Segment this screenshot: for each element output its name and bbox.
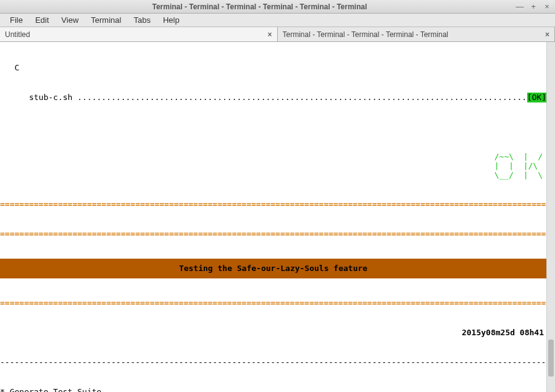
tab-terminal[interactable]: Terminal - Terminal - Terminal - Termina… [278, 27, 556, 41]
tab-label: Untitled [5, 30, 264, 39]
maximize-button[interactable]: + [529, 2, 538, 11]
dots-fill: ........................................… [77, 93, 527, 102]
menu-file[interactable]: File [4, 14, 29, 26]
menu-tabs[interactable]: Tabs [127, 14, 156, 26]
tab-close-icon[interactable]: × [541, 30, 549, 39]
menu-view[interactable]: View [55, 14, 85, 26]
tab-bar: Untitled × Terminal - Terminal - Termina… [0, 27, 555, 42]
divider-dash: ----------------------------------------… [0, 357, 546, 367]
tab-close-icon[interactable]: × [264, 30, 272, 39]
scroll-thumb[interactable] [548, 340, 554, 377]
scrollbar[interactable] [546, 42, 555, 392]
output-line: C [0, 63, 19, 73]
status-ok: [OK] [527, 93, 546, 102]
menubar: File Edit View Terminal Tabs Help [0, 14, 555, 27]
divider-double: ========================================… [0, 298, 546, 308]
terminal-output[interactable]: C stub-c.sh ............................… [0, 42, 546, 392]
output-line: stub-c.sh [0, 93, 77, 102]
window-controls: — + × [515, 2, 551, 11]
menu-edit[interactable]: Edit [29, 14, 55, 26]
titlebar: Terminal - Terminal - Terminal - Termina… [0, 0, 555, 14]
output-line: * Generate Test Suite [0, 387, 101, 392]
menu-help[interactable]: Help [157, 14, 186, 26]
divider-double: ========================================… [0, 199, 546, 209]
ascii-ok: /~~\ | / | | |/\ \__/ | \ [0, 152, 546, 180]
close-button[interactable]: × [543, 2, 551, 11]
banner-text: Testing the Safe-our-Lazy-Souls feature [179, 264, 367, 273]
terminal-area: C stub-c.sh ............................… [0, 42, 555, 392]
divider-double: ========================================… [0, 229, 546, 239]
section-banner: Testing the Safe-our-Lazy-Souls feature [0, 259, 546, 278]
tab-untitled[interactable]: Untitled × [0, 27, 278, 41]
tab-label: Terminal - Terminal - Terminal - Termina… [283, 30, 541, 39]
minimize-button[interactable]: — [515, 2, 524, 11]
timestamp: 2015y08m25d 08h41 [0, 328, 546, 338]
window-title: Terminal - Terminal - Terminal - Termina… [4, 2, 515, 11]
menu-terminal[interactable]: Terminal [85, 14, 127, 26]
